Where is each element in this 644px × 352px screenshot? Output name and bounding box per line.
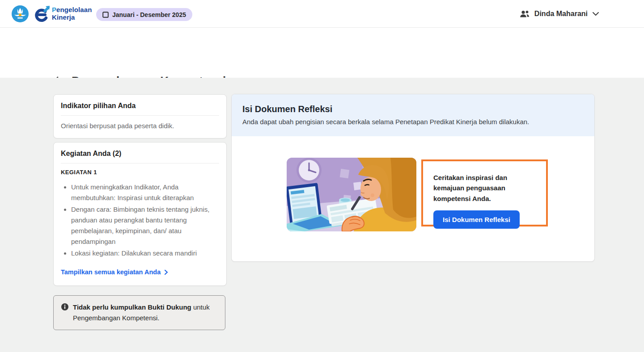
no-evidence-note: Tidak perlu kumpulkan Bukti Dukung untuk… (53, 295, 225, 330)
reflection-cta-box: Ceritakan inspirasi dan kemajuan penguas… (421, 159, 548, 226)
user-account-menu[interactable]: Dinda Maharani (519, 0, 599, 28)
no-evidence-note-bold: Tidak perlu kumpulkan Bukti Dukung (73, 303, 191, 311)
show-all-activities-link[interactable]: Tampilkan semua kegiatan Anda (61, 268, 219, 276)
activity-section-label: KEGIATAN 1 (61, 169, 219, 176)
divider (61, 115, 219, 116)
brand-line1-initial: P (52, 6, 56, 13)
fill-reflection-document-button[interactable]: Isi Dokumen Refleksi (433, 210, 520, 229)
reflection-panel-header: Isi Dokumen Refleksi Anda dapat ubah pen… (232, 94, 594, 136)
reflection-document-panel: Isi Dokumen Refleksi Anda dapat ubah pen… (231, 94, 595, 262)
show-all-activities-label: Tampilkan semua kegiatan Anda (61, 268, 161, 276)
info-circle-icon (61, 303, 69, 311)
main-content: Indikator pilihan Anda Orientasi berpusa… (0, 78, 644, 352)
e-kinerja-logo-icon (35, 5, 50, 22)
activity-detail-list: Untuk meningkatkan Indikator, Anda membu… (61, 182, 219, 259)
activity-detail-item: Untuk meningkatkan Indikator, Anda membu… (71, 182, 219, 203)
square-outline-icon (102, 12, 109, 18)
activities-card-title: Kegiatan Anda (2) (61, 150, 219, 158)
reflection-cta-text: Ceritakan inspirasi dan kemajuan penguas… (433, 172, 536, 204)
kemdikbud-logo-icon (12, 5, 29, 22)
activity-detail-item: Dengan cara: Bimbingan teknis tentang ju… (71, 204, 219, 247)
reflection-panel-subtitle: Anda dapat ubah pengisian secara berkala… (242, 118, 584, 126)
top-navigation-bar: Pengelolaan Kinerja Januari - Desember 2… (0, 0, 644, 28)
app-window: Pengelolaan Kinerja Januari - Desember 2… (0, 0, 644, 352)
page-header: Pengembangan Kompetensi (0, 28, 644, 78)
people-icon (519, 9, 530, 19)
reflection-illustration (287, 158, 416, 231)
brand-line2: Kinerja (52, 13, 92, 21)
divider (61, 163, 219, 163)
reflection-panel-body: Ceritakan inspirasi dan kemajuan penguas… (232, 136, 594, 259)
no-evidence-note-text: Tidak perlu kumpulkan Bukti Dukung untuk… (73, 302, 218, 323)
period-selector-badge[interactable]: Januari - Desember 2025 (96, 8, 192, 21)
reflection-panel-title: Isi Dokumen Refleksi (242, 104, 584, 114)
indicator-card-body: Orientasi berpusat pada peserta didik. (61, 121, 219, 131)
user-name-label: Dinda Maharani (534, 10, 588, 18)
chevron-down-icon (592, 12, 599, 16)
indicator-card-title: Indikator pilihan Anda (61, 102, 219, 110)
activities-card: Kegiatan Anda (2) KEGIATAN 1 Untuk menin… (53, 142, 227, 286)
indicator-card: Indikator pilihan Anda Orientasi berpusa… (53, 94, 227, 138)
period-badge-label: Januari - Desember 2025 (112, 11, 186, 18)
activity-detail-item: Lokasi kegiatan: Dilakukan secara mandir… (71, 248, 219, 259)
chevron-right-icon (164, 269, 168, 275)
brand-line1: engelolaan (56, 6, 92, 13)
brand-wordmark: Pengelolaan Kinerja (52, 6, 92, 21)
